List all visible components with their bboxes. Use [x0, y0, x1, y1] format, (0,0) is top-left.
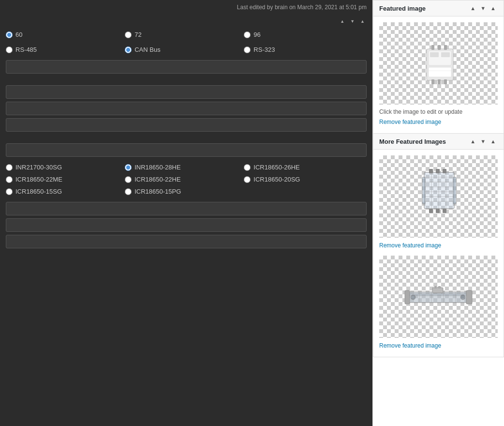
- radio-item-96[interactable]: 96: [244, 31, 363, 38]
- radio-icr18650-22me[interactable]: [6, 176, 13, 183]
- more-featured-images-controls: ▲ ▼ ▲: [468, 137, 498, 145]
- svg-rect-9: [444, 79, 447, 84]
- svg-rect-3: [441, 52, 450, 57]
- remove-featured-image-link[interactable]: Remove featured image: [379, 119, 441, 125]
- radio-96-label: 96: [253, 31, 260, 38]
- svg-rect-2: [430, 52, 439, 57]
- input-field-6[interactable]: [6, 202, 367, 215]
- more-featured-images-body: Remove featured image: [373, 150, 504, 357]
- radio-item-icr18650-20[interactable]: ICR18650-20SG: [244, 176, 363, 183]
- featured-image-svg: [417, 34, 460, 92]
- featured-image-hint: Click the image to edit or update: [379, 108, 498, 115]
- svg-point-38: [411, 295, 415, 300]
- radio-icr18650-15sg-label: ICR18650-15SG: [15, 188, 62, 195]
- svg-rect-41: [434, 286, 437, 289]
- radio-inr21700-label: INR21700-30SG: [15, 164, 62, 171]
- svg-rect-12: [424, 172, 454, 209]
- more-images-down-btn[interactable]: ▼: [478, 137, 488, 145]
- radio-icr18650-15pg[interactable]: [125, 188, 132, 195]
- svg-rect-29: [443, 209, 446, 213]
- more-image-2-svg: [402, 280, 475, 314]
- radio-item-icr18650-15pg[interactable]: ICR18650-15PG: [125, 188, 244, 195]
- radio-icr18650-15sg[interactable]: [6, 188, 13, 195]
- radio-rs485[interactable]: [6, 46, 13, 53]
- radio-group-battery: INR21700-30SG INR18650-28HE ICR18650-26H…: [0, 160, 372, 199]
- svg-rect-24: [429, 169, 433, 173]
- more-image-1-container[interactable]: [379, 155, 498, 238]
- svg-rect-32: [405, 290, 410, 304]
- radio-rs323-label: RS-323: [253, 46, 275, 53]
- svg-rect-10: [429, 67, 451, 77]
- input-group-2: [0, 85, 372, 132]
- radio-item-rs323[interactable]: RS-323: [244, 46, 363, 53]
- main-panel: Last edited by brain on March 29, 2021 a…: [0, 0, 372, 426]
- radio-icr18650-20-label: ICR18650-20SG: [253, 176, 300, 183]
- svg-rect-8: [438, 79, 441, 84]
- more-images-up-btn[interactable]: ▲: [468, 137, 477, 145]
- radio-item-icr18650-26[interactable]: ICR18650-26HE: [244, 164, 363, 171]
- radio-item-icr18650-15sg[interactable]: ICR18650-15SG: [6, 188, 125, 195]
- svg-rect-5: [438, 45, 441, 50]
- radio-icr18650-15pg-label: ICR18650-15PG: [134, 188, 181, 195]
- svg-rect-6: [444, 45, 447, 50]
- collapse-up-btn[interactable]: [338, 16, 346, 25]
- sidebar: Featured image ▲ ▼ ▲: [372, 0, 504, 426]
- more-images-collapse-btn[interactable]: ▲: [489, 137, 498, 145]
- svg-rect-25: [436, 169, 440, 173]
- input-field-2[interactable]: [6, 85, 367, 99]
- more-featured-images-header: More Featured Images ▲ ▼ ▲: [373, 134, 504, 150]
- radio-item-inr21700[interactable]: INR21700-30SG: [6, 164, 125, 171]
- featured-image-body: Click the image to edit or update Remove…: [373, 16, 504, 133]
- svg-rect-40: [432, 288, 443, 293]
- radio-inr21700[interactable]: [6, 164, 13, 171]
- radio-icr18650-26-label: ICR18650-26HE: [253, 164, 299, 171]
- svg-rect-33: [466, 290, 472, 304]
- featured-image-down-btn[interactable]: ▼: [478, 4, 488, 12]
- more-image-2-container[interactable]: [379, 256, 498, 338]
- radio-item-canbus[interactable]: CAN Bus: [125, 46, 244, 53]
- collapse-toggle-btn[interactable]: [358, 16, 367, 25]
- featured-image-panel: Featured image ▲ ▼ ▲: [373, 0, 504, 134]
- radio-item-72[interactable]: 72: [125, 31, 244, 38]
- input-group-3: [0, 143, 372, 157]
- featured-image-collapse-btn[interactable]: ▲: [489, 4, 498, 12]
- remove-more-image-1-link[interactable]: Remove featured image: [379, 242, 441, 249]
- radio-item-inr18650-28[interactable]: INR18650-28HE: [125, 164, 244, 171]
- radio-item-60[interactable]: 60: [6, 31, 125, 38]
- svg-rect-23: [453, 177, 456, 204]
- svg-rect-27: [429, 209, 433, 213]
- featured-image-title: Featured image: [379, 5, 426, 12]
- radio-icr18650-22me-label: ICR18650-22ME: [15, 176, 62, 183]
- radio-icr18650-26[interactable]: [244, 164, 251, 171]
- radio-icr18650-20[interactable]: [244, 176, 251, 183]
- radio-item-rs485[interactable]: RS-485: [6, 46, 125, 53]
- more-image-1-svg: [415, 165, 463, 228]
- radio-72-label: 72: [134, 31, 141, 38]
- radio-60-label: 60: [15, 31, 22, 38]
- input-field-7[interactable]: [6, 218, 367, 232]
- featured-image-up-btn[interactable]: ▲: [468, 4, 477, 12]
- featured-image-container[interactable]: [379, 22, 498, 105]
- radio-60[interactable]: [6, 31, 13, 38]
- radio-inr18650-28[interactable]: [125, 164, 132, 171]
- svg-rect-28: [436, 209, 440, 213]
- radio-72[interactable]: [125, 31, 132, 38]
- input-field-3[interactable]: [6, 102, 367, 115]
- radio-icr18650-22he[interactable]: [125, 176, 132, 183]
- radio-rs323[interactable]: [244, 46, 251, 53]
- input-field-8[interactable]: [6, 235, 367, 248]
- radio-96[interactable]: [244, 31, 251, 38]
- svg-rect-4: [431, 45, 434, 50]
- radio-item-icr18650-22me[interactable]: ICR18650-22ME: [6, 176, 125, 183]
- radio-rs485-label: RS-485: [15, 46, 37, 53]
- radio-item-icr18650-22he[interactable]: ICR18650-22HE: [125, 176, 244, 183]
- input-field-1[interactable]: [6, 60, 367, 74]
- input-field-5[interactable]: [6, 143, 367, 157]
- radio-canbus[interactable]: [125, 46, 132, 53]
- svg-rect-26: [443, 169, 446, 173]
- collapse-down-btn[interactable]: [348, 16, 356, 25]
- remove-more-image-2-link[interactable]: Remove featured image: [379, 342, 441, 349]
- featured-image-panel-header: Featured image ▲ ▼ ▲: [373, 0, 504, 16]
- input-field-4[interactable]: [6, 118, 367, 132]
- svg-rect-7: [431, 79, 434, 84]
